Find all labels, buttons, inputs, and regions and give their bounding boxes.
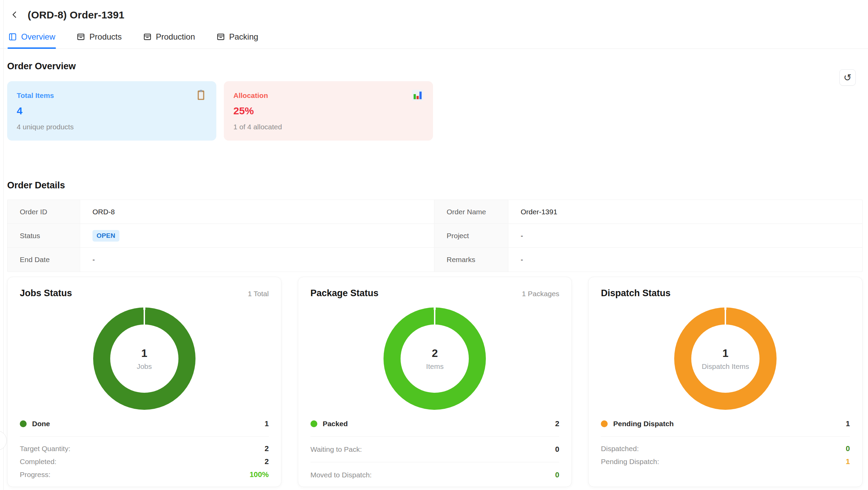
tab-label: Products [89,32,122,42]
refresh-button[interactable]: ↺ [839,69,856,86]
order-overview-heading: Order Overview [7,61,863,72]
detail-value-remarks: - [508,248,862,272]
allocation-card: Allocation 25% 1 of 4 allocated [224,81,433,141]
detail-label-order-name: Order Name [434,200,508,224]
clipboard-icon [195,89,207,102]
total-items-value: 4 [17,105,207,117]
legend-dot [601,420,608,427]
package-legend: Packed 2 [310,419,560,428]
detail-label-project: Project [434,224,508,248]
dispatch-legend: Pending Dispatch 1 [601,419,850,428]
total-items-card: Total Items 4 4 unique products [7,81,216,141]
dispatch-stats: Dispatched: 0 Pending Dispatch: 1 [601,436,850,468]
layout-panel-icon [8,32,17,41]
package-donut-label: Items [426,362,444,371]
package-status-title: Package Status [310,288,379,299]
bar-chart-icon [412,89,423,102]
package-stats: Waiting to Pack: 0 Moved to Dispatch: 0 [310,436,560,487]
status-badge: OPEN [92,230,119,242]
jobs-status-card: Jobs Status 1 Total 1 Jobs Done 1 Target… [7,277,281,487]
refresh-counterclockwise-icon: ↺ [843,72,851,83]
dispatch-donut-label: Dispatch Items [702,362,749,371]
back-button[interactable] [9,9,21,21]
package-donut-chart: 2 Items [384,307,486,410]
stat-row-target-quantity: Target Quantity: 2 [20,442,269,455]
detail-label-status: Status [8,224,80,248]
legend-dot [310,420,317,427]
detail-label-end-date: End Date [8,248,80,272]
tab-products[interactable]: Products [76,30,122,48]
stat-row-pending-dispatch: Pending Dispatch: 1 [601,455,850,468]
detail-value-order-name: Order-1391 [508,200,862,224]
order-details-table: Order ID ORD-8 Order Name Order-1391 Sta… [7,200,863,272]
dispatch-status-title: Dispatch Status [601,288,670,299]
chevron-left-icon [10,10,19,20]
dispatch-donut-value: 1 [722,347,728,360]
stat-row-dispatched: Dispatched: 0 [601,442,850,455]
status-cards-row: Jobs Status 1 Total 1 Jobs Done 1 Target… [7,277,863,487]
jobs-legend: Done 1 [20,419,269,428]
tab-label: Packing [229,32,258,42]
overview-cards-row: Total Items 4 4 unique products Allocati… [7,81,863,141]
detail-value-status: OPEN [80,224,434,248]
tab-label: Production [156,32,195,42]
order-details-heading: Order Details [7,180,863,191]
allocation-label: Allocation [233,91,423,100]
stat-row-completed: Completed: 2 [20,455,269,468]
allocation-subtext: 1 of 4 allocated [233,123,423,131]
detail-value-project: - [508,224,862,248]
page-header: (ORD-8) Order-1391 [0,0,868,21]
package-status-total: 1 Packages [522,290,560,298]
package-status-card: Package Status 1 Packages 2 Items Packed… [298,277,572,487]
detail-value-end-date: - [80,248,434,272]
box-icon [216,32,225,41]
tab-packing[interactable]: Packing [216,30,259,48]
dispatch-status-card: Dispatch Status 1 Dispatch Items Pending… [588,277,863,487]
jobs-donut-label: Jobs [137,362,152,371]
tab-overview[interactable]: Overview [8,30,56,48]
legend-dot [20,420,27,427]
stat-row-progress: Progress: 100% [20,468,269,481]
total-items-label: Total Items [17,91,207,100]
jobs-donut-chart: 1 Jobs [93,307,196,410]
jobs-status-title: Jobs Status [20,288,72,299]
jobs-donut-value: 1 [141,347,147,360]
page-title: (ORD-8) Order-1391 [28,9,125,21]
dispatch-donut-chart: 1 Dispatch Items [674,307,777,410]
total-items-subtext: 4 unique products [17,123,207,131]
allocation-value: 25% [233,105,423,117]
tab-label: Overview [21,32,55,42]
tab-production[interactable]: Production [142,30,196,48]
detail-label-order-id: Order ID [8,200,80,224]
detail-label-remarks: Remarks [434,248,508,272]
detail-value-order-id: ORD-8 [80,200,434,224]
jobs-status-total: 1 Total [248,290,269,298]
jobs-stats: Target Quantity: 2 Completed: 2 Progress… [20,436,269,481]
box-icon [143,32,152,41]
stat-row-moved-to-dispatch: Moved to Dispatch: 0 [310,462,560,487]
stat-row-waiting-to-pack: Waiting to Pack: 0 [310,437,560,462]
package-donut-value: 2 [432,347,438,360]
tabbar: Overview Products Production Packing [0,21,868,49]
box-icon [76,32,85,41]
